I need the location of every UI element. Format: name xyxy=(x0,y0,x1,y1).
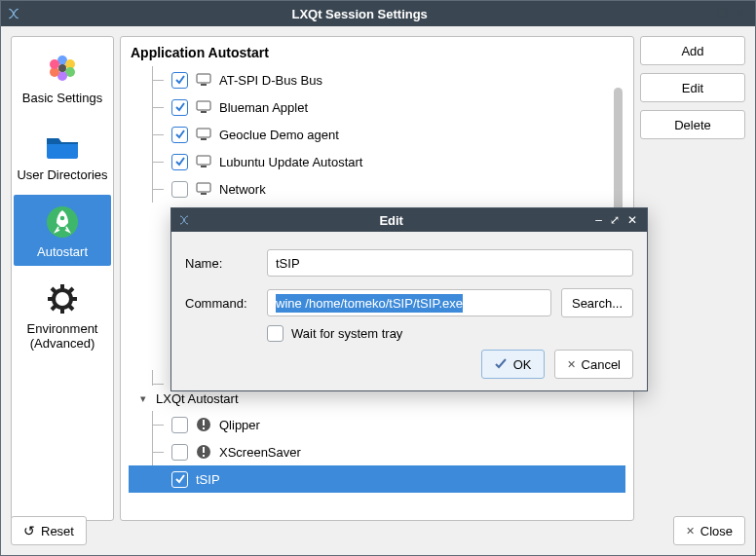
wait-label: Wait for system tray xyxy=(291,326,402,341)
checkbox[interactable] xyxy=(171,444,188,461)
svg-rect-25 xyxy=(203,447,205,453)
window-close-button[interactable]: ✕ xyxy=(736,7,745,20)
command-input[interactable]: wine /home/tomeko/tSIP/tSIP.exe xyxy=(267,289,551,316)
warning-icon xyxy=(196,417,211,432)
checkbox[interactable] xyxy=(171,127,188,143)
dialog-close-button[interactable]: ✕ xyxy=(627,213,637,227)
monitor-icon xyxy=(196,73,211,87)
dialog-minimize-button[interactable]: – xyxy=(595,213,602,227)
check-icon xyxy=(494,357,508,371)
svg-point-5 xyxy=(50,59,59,69)
autostart-item[interactable]: tSIP xyxy=(129,465,625,493)
checkbox[interactable] xyxy=(171,99,188,116)
sidebar-item-label: Environment (Advanced) xyxy=(27,322,98,352)
search-button[interactable]: Search... xyxy=(561,288,633,317)
close-icon: ✕ xyxy=(567,358,576,371)
svg-rect-14 xyxy=(201,111,207,113)
sidebar-item-autostart[interactable]: Autostart xyxy=(14,195,111,266)
section-title: Application Autostart xyxy=(131,45,624,60)
name-input[interactable] xyxy=(267,249,633,277)
svg-point-10 xyxy=(58,295,66,303)
autostart-item-label: Blueman Applet xyxy=(219,100,308,115)
window-title: LXQt Session Settings xyxy=(26,7,693,21)
window-footer: ↺ Reset ✕ Close xyxy=(11,516,745,545)
svg-rect-22 xyxy=(203,420,205,426)
checkbox[interactable] xyxy=(171,72,188,89)
session-settings-window: LXQt Session Settings – ❐ ✕ xyxy=(0,0,756,556)
wait-checkbox[interactable] xyxy=(267,325,284,342)
autostart-item-label: Network xyxy=(219,182,266,197)
svg-point-6 xyxy=(58,64,66,72)
add-button[interactable]: Add xyxy=(640,36,745,65)
sidebar-item-label: User Directories xyxy=(17,168,107,183)
command-label: Command: xyxy=(185,296,257,311)
autostart-item[interactable]: Qlipper xyxy=(129,411,625,438)
svg-rect-18 xyxy=(201,166,207,167)
autostart-item-label: Geoclue Demo agent xyxy=(219,128,339,142)
edit-button[interactable]: Edit xyxy=(640,73,745,102)
autostart-item[interactable]: AT-SPI D-Bus Bus xyxy=(129,66,625,93)
name-label: Name: xyxy=(185,256,257,271)
monitor-icon xyxy=(196,128,211,141)
edit-dialog: Edit – ⤢ ✕ Name: Command: wine /home/tom… xyxy=(170,207,648,391)
dialog-titlebar[interactable]: Edit – ⤢ ✕ xyxy=(171,208,647,232)
autostart-item[interactable]: Geoclue Demo agent xyxy=(129,121,625,148)
sidebar-item-basic-settings[interactable]: Basic Settings xyxy=(14,41,111,112)
sidebar-item-label: Basic Settings xyxy=(22,92,102,106)
svg-point-8 xyxy=(60,216,65,221)
checkbox[interactable] xyxy=(171,417,188,433)
autostart-group-label: LXQt Autostart xyxy=(156,391,239,406)
reset-icon: ↺ xyxy=(23,523,35,538)
rocket-icon xyxy=(43,203,82,241)
svg-rect-23 xyxy=(203,427,205,429)
settings-sidebar: Basic Settings User Directories xyxy=(11,36,114,521)
close-button[interactable]: ✕ Close xyxy=(673,516,745,545)
monitor-icon xyxy=(196,182,211,196)
window-titlebar[interactable]: LXQt Session Settings – ❐ ✕ xyxy=(1,1,755,26)
close-icon: ✕ xyxy=(686,525,695,537)
reset-button[interactable]: ↺ Reset xyxy=(11,516,87,545)
cancel-button[interactable]: ✕ Cancel xyxy=(554,350,633,379)
svg-rect-16 xyxy=(201,138,207,140)
svg-rect-13 xyxy=(197,101,210,110)
action-column: Add Edit Delete xyxy=(640,36,745,521)
checkbox[interactable] xyxy=(171,471,188,488)
autostart-item[interactable]: XScreenSaver xyxy=(129,438,625,465)
dialog-maximize-button[interactable]: ⤢ xyxy=(610,213,620,227)
autostart-item[interactable]: Blueman Applet xyxy=(129,93,625,121)
svg-rect-20 xyxy=(201,193,207,195)
svg-rect-12 xyxy=(201,84,207,86)
dialog-title: Edit xyxy=(197,213,586,228)
svg-rect-15 xyxy=(197,129,210,137)
svg-rect-17 xyxy=(197,156,210,165)
sidebar-item-label: Autostart xyxy=(37,245,88,260)
autostart-item[interactable]: Lubuntu Update Autostart xyxy=(129,148,625,175)
window-maximize-button[interactable]: ❐ xyxy=(717,7,728,20)
window-minimize-button[interactable]: – xyxy=(702,7,709,20)
sidebar-item-user-directories[interactable]: User Directories xyxy=(14,118,111,189)
sidebar-item-environment[interactable]: Environment (Advanced) xyxy=(14,272,111,357)
folder-icon xyxy=(43,126,82,165)
autostart-item-label: AT-SPI D-Bus Bus xyxy=(219,73,322,88)
autostart-item-label: Qlipper xyxy=(219,418,260,432)
ok-button[interactable]: OK xyxy=(481,350,545,379)
caret-down-icon[interactable]: ▾ xyxy=(136,392,150,405)
window-app-icon xyxy=(1,7,26,20)
autostart-item[interactable]: Network xyxy=(129,175,625,203)
svg-rect-11 xyxy=(197,74,210,83)
monitor-icon xyxy=(196,100,211,114)
autostart-item-label: Lubuntu Update Autostart xyxy=(219,155,362,169)
warning-icon xyxy=(196,444,211,460)
delete-button[interactable]: Delete xyxy=(640,110,745,139)
monitor-icon xyxy=(196,155,211,168)
checkbox[interactable] xyxy=(171,154,188,170)
svg-rect-26 xyxy=(203,455,205,457)
dialog-app-icon xyxy=(171,214,197,226)
autostart-item-label: tSIP xyxy=(196,472,220,487)
flower-icon xyxy=(43,49,82,88)
svg-rect-19 xyxy=(197,183,210,192)
autostart-item-label: XScreenSaver xyxy=(219,445,301,460)
gear-icon xyxy=(43,279,82,318)
checkbox[interactable] xyxy=(171,181,188,198)
